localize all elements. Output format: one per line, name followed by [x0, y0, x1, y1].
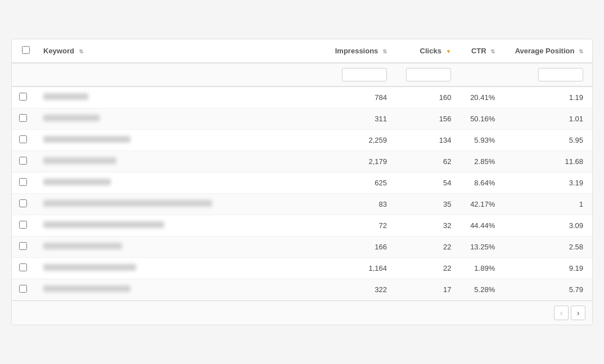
ctr-label: CTR — [471, 47, 486, 55]
table-row: 625548.64%3.19 — [12, 172, 592, 194]
keyword-blurred-text — [43, 93, 88, 100]
row-keyword — [34, 151, 324, 172]
keyword-sort-icon: ⇅ — [79, 48, 83, 54]
select-all-checkbox[interactable] — [22, 46, 30, 54]
row-checkbox[interactable] — [19, 263, 27, 271]
row-ctr: 20.41% — [460, 87, 504, 108]
row-impressions: 784 — [324, 87, 396, 108]
impressions-sort-icon: ⇅ — [382, 48, 387, 54]
row-checkbox-cell — [12, 258, 34, 279]
pagination-row: ‹ › — [12, 301, 592, 325]
row-impressions: 1,164 — [324, 258, 396, 279]
row-keyword — [34, 236, 324, 258]
row-avg-position: 9.19 — [504, 258, 592, 279]
filter-ctr-spacer — [460, 63, 504, 87]
header-ctr[interactable]: CTR ⇅ — [460, 39, 504, 63]
row-ctr: 42.17% — [460, 194, 504, 215]
row-keyword — [34, 130, 324, 151]
row-avg-position: 5.95 — [504, 130, 592, 151]
keyword-blurred-text — [43, 200, 212, 207]
ctr-sort-icon: ⇅ — [490, 48, 495, 54]
row-impressions: 311 — [324, 108, 396, 130]
row-ctr: 50.16% — [460, 108, 504, 130]
data-table: Keyword ⇅ Impressions ⇅ Clicks ▼ CTR ⇅ A… — [11, 39, 593, 325]
row-impressions: 83 — [324, 194, 396, 215]
impressions-label: Impressions — [335, 47, 378, 55]
pagination-prev-button[interactable]: ‹ — [554, 306, 569, 320]
filter-row — [12, 63, 592, 87]
keyword-blurred-text — [43, 115, 100, 121]
row-checkbox[interactable] — [19, 135, 27, 143]
row-checkbox[interactable] — [19, 93, 27, 101]
row-avg-position: 5.79 — [504, 279, 592, 301]
row-avg-position: 3.19 — [504, 172, 592, 194]
avg-position-sort-icon: ⇅ — [579, 48, 583, 54]
row-ctr: 44.44% — [460, 215, 504, 236]
header-impressions[interactable]: Impressions ⇅ — [324, 39, 396, 63]
clicks-label: Clicks — [420, 47, 441, 55]
row-checkbox[interactable] — [19, 199, 27, 207]
row-checkbox-cell — [12, 108, 34, 130]
row-checkbox-cell — [12, 172, 34, 194]
row-keyword — [34, 258, 324, 279]
row-checkbox-cell — [12, 151, 34, 172]
row-clicks: 32 — [396, 215, 460, 236]
row-avg-position: 1.01 — [504, 108, 592, 130]
keyword-blurred-text — [43, 243, 122, 249]
row-checkbox[interactable] — [19, 242, 27, 250]
keyword-blurred-text — [43, 157, 116, 164]
row-ctr: 8.64% — [460, 172, 504, 194]
filter-avgposition-input[interactable] — [538, 68, 583, 81]
row-keyword — [34, 194, 324, 215]
table-row: 78416020.41%1.19 — [12, 87, 592, 108]
row-checkbox[interactable] — [19, 157, 27, 165]
row-ctr: 5.93% — [460, 130, 504, 151]
filter-keyword-spacer — [34, 63, 324, 87]
row-checkbox[interactable] — [19, 285, 27, 293]
row-impressions: 2,179 — [324, 151, 396, 172]
row-checkbox-cell — [12, 236, 34, 258]
header-keyword[interactable]: Keyword ⇅ — [34, 39, 324, 63]
row-clicks: 54 — [396, 172, 460, 194]
row-avg-position: 2.58 — [504, 236, 592, 258]
row-impressions: 322 — [324, 279, 396, 301]
filter-impressions-input[interactable] — [342, 68, 387, 81]
filter-clicks-input[interactable] — [406, 68, 451, 81]
row-avg-position: 1 — [504, 194, 592, 215]
keyword-label: Keyword — [43, 47, 74, 55]
pagination-next-button[interactable]: › — [571, 306, 585, 320]
table-row: 723244.44%3.09 — [12, 215, 592, 236]
row-impressions: 72 — [324, 215, 396, 236]
row-avg-position: 3.09 — [504, 215, 592, 236]
row-clicks: 62 — [396, 151, 460, 172]
keyword-blurred-text — [43, 285, 130, 292]
row-avg-position: 11.68 — [504, 151, 592, 172]
header-avg-position[interactable]: Average Position ⇅ — [504, 39, 592, 63]
row-checkbox[interactable] — [19, 178, 27, 186]
table-row: 1662213.25%2.58 — [12, 236, 592, 258]
header-clicks[interactable]: Clicks ▼ — [396, 39, 460, 63]
keyword-blurred-text — [43, 136, 130, 143]
row-clicks: 35 — [396, 194, 460, 215]
row-keyword — [34, 279, 324, 301]
table-row: 2,2591345.93%5.95 — [12, 130, 592, 151]
row-checkbox-cell — [12, 87, 34, 108]
row-clicks: 156 — [396, 108, 460, 130]
row-ctr: 5.28% — [460, 279, 504, 301]
row-impressions: 625 — [324, 172, 396, 194]
row-checkbox-cell — [12, 130, 34, 151]
filter-impressions-cell — [324, 63, 396, 87]
row-checkbox[interactable] — [19, 221, 27, 229]
table-header-row: Keyword ⇅ Impressions ⇅ Clicks ▼ CTR ⇅ A… — [12, 39, 592, 63]
row-keyword — [34, 215, 324, 236]
keyword-blurred-text — [43, 221, 164, 228]
filter-avgposition-cell — [504, 63, 592, 87]
keyword-blurred-text — [43, 179, 111, 185]
table-row: 2,179622.85%11.68 — [12, 151, 592, 172]
row-impressions: 2,259 — [324, 130, 396, 151]
table-row: 322175.28%5.79 — [12, 279, 592, 301]
row-checkbox[interactable] — [19, 114, 27, 122]
filter-clicks-cell — [396, 63, 460, 87]
row-checkbox-cell — [12, 194, 34, 215]
row-keyword — [34, 87, 324, 108]
